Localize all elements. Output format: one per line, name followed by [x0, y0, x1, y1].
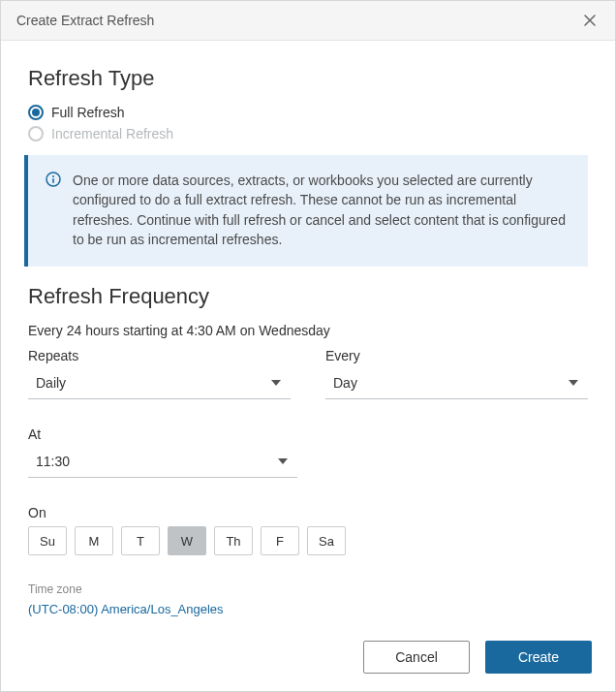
cancel-button[interactable]: Cancel [363, 641, 470, 674]
create-button[interactable]: Create [485, 641, 592, 674]
day-button[interactable]: Su [28, 526, 67, 555]
chevron-down-icon [271, 380, 281, 386]
radio-label: Incremental Refresh [51, 126, 173, 142]
info-icon [46, 172, 61, 249]
radio-incremental-refresh: Incremental Refresh [28, 126, 588, 142]
repeats-value: Daily [36, 375, 66, 391]
close-icon[interactable] [580, 11, 600, 30]
titlebar: Create Extract Refresh [1, 1, 615, 41]
refresh-frequency-heading: Refresh Frequency [28, 284, 588, 309]
day-button[interactable]: M [75, 526, 113, 555]
timezone-link[interactable]: (UTC-08:00) America/Los_Angeles [28, 602, 588, 616]
frequency-summary: Every 24 hours starting at 4:30 AM on We… [28, 323, 588, 338]
timezone-label: Time zone [28, 582, 588, 596]
svg-rect-2 [52, 178, 54, 183]
at-select[interactable]: 11:30 [28, 448, 297, 478]
chevron-down-icon [569, 380, 578, 386]
day-button[interactable]: F [261, 526, 299, 555]
dialog: Create Extract Refresh Refresh Type Full… [0, 0, 616, 692]
every-label: Every [325, 348, 588, 363]
repeats-label: Repeats [28, 348, 291, 363]
day-button[interactable]: Sa [307, 526, 346, 555]
radio-full-refresh[interactable]: Full Refresh [28, 105, 588, 120]
day-button[interactable]: W [168, 526, 206, 555]
at-label: At [28, 426, 297, 442]
repeats-select[interactable]: Daily [28, 369, 291, 399]
info-text: One or more data sources, extracts, or w… [73, 171, 570, 249]
refresh-type-heading: Refresh Type [28, 66, 588, 91]
dialog-footer: Cancel Create [1, 627, 615, 691]
radio-label: Full Refresh [51, 105, 124, 120]
day-button[interactable]: Th [214, 526, 253, 555]
dialog-title: Create Extract Refresh [16, 13, 154, 28]
info-banner: One or more data sources, extracts, or w… [24, 155, 588, 267]
at-value: 11:30 [36, 454, 70, 469]
day-picker: SuMTWThFSa [28, 526, 588, 555]
every-value: Day [333, 375, 357, 391]
day-button[interactable]: T [121, 526, 160, 555]
svg-point-1 [52, 175, 54, 177]
dialog-content: Refresh Type Full Refresh Incremental Re… [1, 41, 615, 627]
every-select[interactable]: Day [325, 369, 588, 399]
on-label: On [28, 505, 588, 520]
radio-icon [28, 126, 44, 142]
radio-icon [28, 105, 44, 120]
chevron-down-icon [278, 458, 288, 464]
